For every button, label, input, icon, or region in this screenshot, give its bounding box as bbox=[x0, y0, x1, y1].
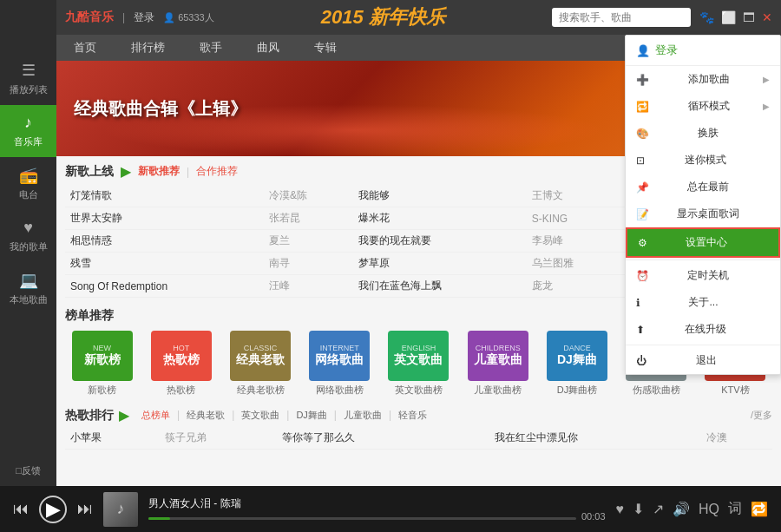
dropdown-items: ➕ 添加歌曲 ▶ 🔁 循环模式 ▶ 🎨 换肤 ⊡ 迷你模式 📌 总在最前 📝 显… bbox=[626, 66, 780, 374]
chart-item-1[interactable]: HOT 热歌榜 热歌榜 bbox=[144, 331, 218, 397]
restore-button[interactable]: ⬜ bbox=[721, 10, 736, 24]
chart-label-top-2: CLASSIC bbox=[244, 344, 278, 352]
chart-label-main-3: 网络歌曲 bbox=[315, 352, 364, 368]
chart-label-main-2: 经典老歌 bbox=[236, 352, 285, 368]
chart-item-6[interactable]: DANCE DJ舞曲 DJ舞曲榜 bbox=[540, 331, 614, 397]
hot-tab-1[interactable]: 经典老歌 bbox=[187, 409, 225, 422]
users-icon: 👤 bbox=[163, 12, 175, 23]
dropdown-item-label-10: 退出 bbox=[696, 353, 717, 368]
chart-label-top-0: NEW bbox=[93, 344, 111, 352]
login-button[interactable]: 登录 bbox=[134, 10, 154, 25]
dropdown-item-迷你模式[interactable]: ⊡ 迷你模式 bbox=[626, 147, 780, 174]
sidebar-item-local[interactable]: 💻 本地歌曲 bbox=[0, 262, 56, 315]
new-songs-play-button[interactable]: ▶ bbox=[121, 163, 131, 180]
dropdown-item-退出[interactable]: ⏻ 退出 bbox=[626, 347, 780, 374]
chart-label-main-0: 新歌榜 bbox=[84, 352, 121, 368]
chart-label-top-6: DANCE bbox=[563, 344, 591, 352]
chart-box-2[interactable]: CLASSIC 经典老歌 bbox=[230, 331, 291, 381]
volume-button[interactable]: 🔊 bbox=[673, 501, 690, 517]
hot-tab-4[interactable]: 儿童歌曲 bbox=[344, 409, 382, 422]
chart-box-1[interactable]: HOT 热歌榜 bbox=[151, 331, 212, 381]
chart-item-5[interactable]: CHILDRENS 儿童歌曲 儿童歌曲榜 bbox=[461, 331, 535, 397]
chart-label-top-5: CHILDRENS bbox=[476, 344, 521, 352]
dropdown-item-在线升级[interactable]: ⬆ 在线升级 bbox=[626, 316, 780, 343]
hot-tab-2[interactable]: 英文歌曲 bbox=[241, 409, 279, 422]
chart-box-5[interactable]: CHILDRENS 儿童歌曲 bbox=[468, 331, 528, 381]
player-title: 男人酒女人泪 - 陈瑞 bbox=[148, 496, 606, 511]
chart-box-0[interactable]: NEW 新歌榜 bbox=[72, 331, 133, 381]
nav-genre[interactable]: 曲风 bbox=[240, 35, 297, 61]
dropdown-item-关于...[interactable]: ℹ 关于... bbox=[626, 289, 780, 316]
prev-button[interactable]: ⏮ bbox=[13, 500, 29, 518]
chart-item-3[interactable]: INTERNET 网络歌曲 网络歌曲榜 bbox=[303, 331, 377, 397]
tab-collab[interactable]: 合作推荐 bbox=[196, 164, 238, 179]
nav-artists[interactable]: 歌手 bbox=[182, 35, 240, 61]
hot-more[interactable]: /更多 bbox=[751, 409, 772, 422]
download-button[interactable]: ⬇ bbox=[633, 501, 644, 517]
hot-tab-3[interactable]: DJ舞曲 bbox=[296, 409, 326, 422]
play-button[interactable]: ▶ bbox=[39, 496, 67, 523]
banner-decoration bbox=[100, 104, 607, 156]
dropdown-item-总在最前[interactable]: 📌 总在最前 bbox=[626, 174, 780, 200]
search-input[interactable] bbox=[552, 8, 691, 27]
nav-home[interactable]: 首页 bbox=[56, 35, 114, 61]
chart-box-4[interactable]: ENGLISH 英文歌曲 bbox=[388, 331, 449, 381]
dropdown-item-icon-4: 📌 bbox=[636, 181, 649, 194]
dropdown-item-icon-9: ⬆ bbox=[636, 324, 645, 336]
dropdown-item-显示桌面歌词[interactable]: 📝 显示桌面歌词 bbox=[626, 200, 780, 227]
chart-sub-4: 英文歌曲榜 bbox=[395, 384, 443, 397]
nav-albums[interactable]: 专辑 bbox=[297, 35, 354, 61]
hot-play-button[interactable]: ▶ bbox=[119, 407, 129, 424]
sidebar-item-radio[interactable]: 📻 电台 bbox=[0, 157, 56, 210]
chart-item-2[interactable]: CLASSIC 经典老歌 经典老歌榜 bbox=[223, 331, 297, 397]
dropdown-item-设置中心[interactable]: ⚙ 设置中心 bbox=[626, 227, 780, 258]
loop-button[interactable]: 🔁 bbox=[751, 501, 768, 517]
dropdown-item-定时关机[interactable]: ⏰ 定时关机 bbox=[626, 262, 780, 289]
dropdown-item-label-4: 总在最前 bbox=[687, 180, 729, 194]
favorite-button[interactable]: ♥ bbox=[616, 502, 625, 517]
my-playlist-icon: ♥ bbox=[23, 219, 33, 237]
player-time: 00:03 bbox=[581, 511, 606, 522]
sidebar-item-playlist[interactable]: ☰ 播放列表 bbox=[0, 52, 56, 105]
desktop-lyrics-button[interactable]: 词 bbox=[728, 500, 742, 518]
dropdown-item-换肤[interactable]: 🎨 换肤 bbox=[626, 120, 780, 147]
dropdown-item-label-1: 循环模式 bbox=[688, 99, 730, 114]
quality-button[interactable]: HQ bbox=[699, 502, 719, 517]
maximize-button[interactable]: 🗖 bbox=[743, 10, 755, 24]
dropdown-item-循环模式[interactable]: 🔁 循环模式 ▶ bbox=[626, 93, 780, 120]
chart-box-3[interactable]: INTERNET 网络歌曲 bbox=[309, 331, 370, 381]
dropdown-item-icon-7: ⏰ bbox=[636, 270, 649, 282]
dropdown-item-icon-2: 🎨 bbox=[636, 128, 649, 140]
next-button[interactable]: ⏭ bbox=[77, 500, 93, 518]
share-button[interactable]: ↗ bbox=[653, 501, 664, 517]
sidebar-item-my-playlist[interactable]: ♥ 我的歌单 bbox=[0, 210, 56, 262]
minimize-button[interactable]: 🐾 bbox=[699, 10, 714, 24]
year-banner: 2015 新年快乐 bbox=[223, 4, 543, 30]
dropdown-login-label[interactable]: 登录 bbox=[655, 43, 678, 58]
dropdown-item-label-3: 迷你模式 bbox=[685, 153, 726, 167]
chart-box-6[interactable]: DANCE DJ舞曲 bbox=[547, 331, 607, 381]
player-progress-bar[interactable] bbox=[148, 517, 576, 520]
charts-title: 榜单推荐 bbox=[65, 308, 114, 324]
table-row[interactable]: 小苹果 筷子兄弟 等你等了那么久 我在红尘中漂见你 冷澳 bbox=[65, 427, 772, 450]
sidebar-item-music-lib[interactable]: ♪ 音乐库 bbox=[0, 105, 56, 157]
close-button[interactable]: ✕ bbox=[762, 10, 772, 24]
user-icon: 👤 bbox=[636, 44, 650, 57]
hot-tab-5[interactable]: 轻音乐 bbox=[398, 409, 427, 422]
player-progress-fill bbox=[148, 517, 170, 520]
sidebar-label-music-lib: 音乐库 bbox=[14, 135, 43, 148]
chart-item-0[interactable]: NEW 新歌榜 新歌榜 bbox=[65, 331, 139, 397]
topbar-icons: 🐾 ⬜ 🗖 ✕ bbox=[699, 10, 772, 24]
chart-sub-5: 儿童歌曲榜 bbox=[474, 384, 522, 397]
chart-item-4[interactable]: ENGLISH 英文歌曲 英文歌曲榜 bbox=[382, 331, 456, 397]
nav-charts[interactable]: 排行榜 bbox=[114, 35, 182, 61]
dropdown-item-label-9: 在线升级 bbox=[685, 322, 726, 337]
music-lib-icon: ♪ bbox=[24, 114, 32, 132]
hot-tab-0[interactable]: 总榜单 bbox=[141, 409, 170, 422]
hot-tabs: 总榜单|经典老歌|英文歌曲|DJ舞曲|儿童歌曲|轻音乐 bbox=[141, 409, 427, 422]
feedback-icon[interactable]: □反馈 bbox=[16, 464, 41, 477]
hot-sep-5: | bbox=[389, 409, 391, 422]
dropdown-item-添加歌曲[interactable]: ➕ 添加歌曲 ▶ bbox=[626, 66, 780, 93]
radio-icon: 📻 bbox=[19, 166, 38, 185]
tab-new-songs[interactable]: 新歌推荐 bbox=[138, 164, 180, 179]
